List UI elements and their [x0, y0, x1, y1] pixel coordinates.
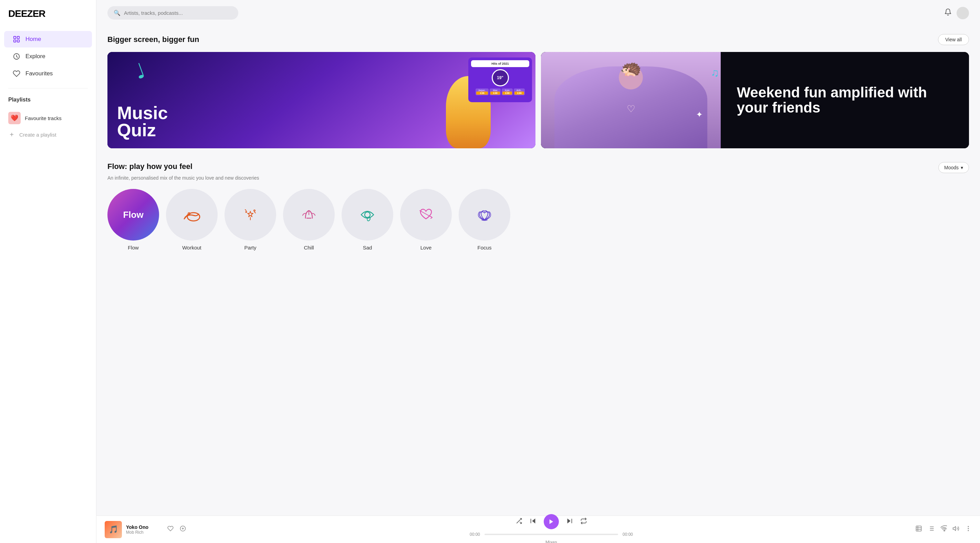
flow-section: Flow: play how you feel Moods ▾ An infin…: [107, 162, 969, 255]
search-input[interactable]: [124, 10, 232, 16]
current-time: 00:00: [469, 532, 481, 537]
app-logo: DEEZER: [8, 8, 45, 19]
content-body: Bigger screen, bigger fun View all ♩: [96, 26, 980, 274]
svg-point-28: [968, 528, 969, 529]
svg-marker-26: [953, 527, 956, 530]
mood-card-focus[interactable]: Focus: [459, 189, 510, 251]
focus-mood-label: Focus: [477, 245, 492, 251]
flow-subtitle: An infinite, personalised mix of the mus…: [107, 175, 969, 181]
explore-icon: [13, 52, 21, 60]
player-score-2: Max 138: [490, 89, 501, 95]
total-time: 00:00: [622, 532, 634, 537]
mood-card-flow[interactable]: Flow Flow: [107, 189, 159, 251]
create-playlist-label: Create a playlist: [19, 132, 56, 138]
featured-section-header: Bigger screen, bigger fun View all: [107, 34, 969, 45]
heart-icon: [13, 70, 21, 78]
svg-rect-3: [14, 40, 16, 42]
mood-card-chill[interactable]: Chill: [283, 189, 335, 251]
svg-rect-0: [14, 37, 16, 38]
flow-header-left: Flow: play how you feel: [107, 162, 192, 171]
queue-button[interactable]: [928, 525, 935, 534]
weekend-fun-card[interactable]: ♡ 🦔 ♫ ✦: [541, 52, 969, 148]
player-bar: 🎵 Yoko Ono Mob Rich: [96, 516, 980, 543]
playlist-label-favourite-tracks: Favourite tracks: [25, 115, 62, 121]
focus-circle: [459, 189, 510, 241]
featured-grid: ♩ Hits of 2021 19": [107, 52, 969, 148]
weekend-person-figure: ♡ 🦔 ♫ ✦: [541, 52, 721, 148]
progress-track[interactable]: [485, 534, 618, 535]
weekend-card-inner: ♡ 🦔 ♫ ✦: [541, 52, 969, 148]
search-bar-container[interactable]: 🔍: [107, 6, 238, 20]
player-right-controls: [915, 525, 972, 534]
music-quiz-card[interactable]: ♩ Hits of 2021 19": [107, 52, 535, 148]
notification-bell-button[interactable]: [944, 8, 952, 17]
player-progress-bar: 00:00 00:00: [469, 532, 634, 537]
player-track-actions: [166, 524, 187, 535]
quiz-timer: 19": [497, 75, 503, 80]
mood-card-sad[interactable]: Sad: [342, 189, 393, 251]
flow-circle: Flow: [107, 189, 159, 241]
player-info: Yoko Ono Mob Rich: [126, 524, 162, 535]
previous-track-button[interactable]: [529, 517, 537, 527]
thumb-art: 🎵: [105, 521, 122, 538]
quiz-card-inner: ♩ Hits of 2021 19": [107, 52, 535, 148]
sidebar-item-home-label: Home: [25, 36, 41, 43]
mood-card-workout[interactable]: Workout: [166, 189, 218, 251]
svg-point-5: [187, 213, 200, 221]
add-to-playlist-button[interactable]: [178, 524, 187, 535]
sidebar-item-favourites-label: Favourites: [25, 70, 52, 77]
user-avatar[interactable]: [956, 7, 969, 19]
weekend-card-title: Weekend fun amplified with your friends: [737, 85, 959, 115]
love-mood-label: Love: [420, 245, 432, 251]
main-nav: Home Explore Favourites: [0, 30, 96, 83]
sparkle-deco: ✦: [696, 110, 703, 119]
create-playlist-button[interactable]: + Create a playlist: [0, 128, 96, 141]
quiz-screen-bar: Hits of 2021: [471, 60, 529, 67]
play-pause-button[interactable]: [544, 514, 559, 529]
mood-card-love[interactable]: Love: [400, 189, 452, 251]
workout-icon: [181, 205, 202, 225]
more-options-button[interactable]: [965, 525, 972, 534]
main-content: 🔍 Bigger screen, bigger fun: [96, 0, 980, 516]
sidebar-item-explore[interactable]: Explore: [4, 48, 92, 65]
cast-button[interactable]: [940, 525, 947, 534]
moods-label: Moods: [944, 165, 959, 170]
flow-title: Flow: play how you feel: [107, 162, 192, 171]
repeat-button[interactable]: [580, 518, 587, 526]
party-icon: [240, 205, 261, 225]
logo-container: DEEZER: [0, 8, 96, 30]
shuffle-button[interactable]: [515, 518, 522, 526]
flow-mood-label: Flow: [128, 245, 139, 251]
svg-point-7: [254, 210, 255, 211]
like-track-button[interactable]: [166, 524, 175, 535]
person-hair: 🦔: [620, 60, 641, 77]
sidebar-item-home[interactable]: Home: [4, 31, 92, 48]
quiz-screen-label: Hits of 2021: [492, 62, 509, 65]
home-icon: [13, 35, 21, 43]
volume-button[interactable]: [953, 525, 959, 534]
player-controls: [515, 514, 587, 529]
flow-cards-container: Flow Flow: [107, 189, 969, 255]
moods-dropdown-button[interactable]: Moods ▾: [938, 162, 969, 173]
lyrics-button[interactable]: [915, 525, 922, 534]
playlist-item-favourite-tracks[interactable]: ❤️ Favourite tracks: [0, 108, 96, 128]
top-bar-right: [944, 7, 969, 19]
quiz-title-block: MusicQuiz: [117, 105, 168, 139]
mood-card-party[interactable]: Party: [224, 189, 276, 251]
party-mood-label: Party: [244, 245, 256, 251]
player-track-name: Yoko Ono: [126, 524, 162, 530]
sidebar-item-explore-label: Explore: [25, 53, 45, 60]
svg-rect-1: [17, 37, 19, 38]
search-icon: 🔍: [114, 10, 121, 16]
quiz-players: Jaque.. 138 Max 138 Kyle: [471, 89, 529, 95]
quiz-card-title: MusicQuiz: [117, 105, 168, 139]
sad-mood-label: Sad: [363, 245, 372, 251]
plus-icon: +: [8, 131, 15, 138]
weekend-text-block: Weekend fun amplified with your friends: [737, 85, 959, 115]
heart-shirt-deco: ♡: [627, 103, 635, 114]
sidebar-item-favourites[interactable]: Favourites: [4, 65, 92, 82]
next-track-button[interactable]: [566, 517, 573, 527]
view-all-button[interactable]: View all: [938, 34, 969, 45]
sad-icon: [357, 205, 378, 225]
chill-icon: [299, 205, 319, 225]
